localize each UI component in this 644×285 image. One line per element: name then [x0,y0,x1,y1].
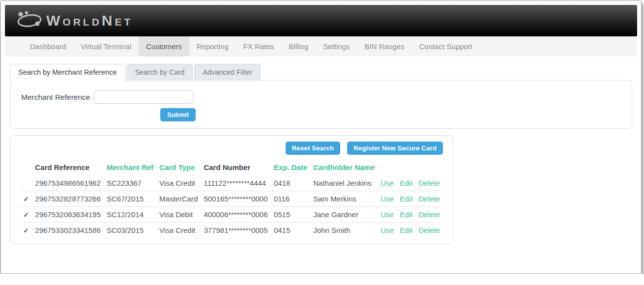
cell-card-reference: 2967534986561962 [32,175,104,191]
column-header-card-reference: Card Reference [32,159,104,175]
use-link[interactable]: Use [381,195,394,203]
delete-link[interactable]: Delete [418,195,439,203]
cell-card-type: Visa Credit [156,175,201,191]
nav-item-settings[interactable]: Settings [316,36,357,57]
action-cell: Use [378,175,397,191]
action-cell: Delete [415,191,443,207]
cell-exp-date: 0415 [271,223,310,238]
tab-search-by-card[interactable]: Search by Card [127,64,193,80]
table-row: ✓2967533023341586SC03/2015Visa Credit377… [20,223,443,238]
cell-exp-date: 0515 [271,207,310,223]
column-header-card-type[interactable]: Card Type [156,159,201,175]
table-row: 2967534986561962SC223367Visa Credit11112… [20,175,443,191]
action-cell: Use [378,223,397,238]
verified-column-header [20,159,32,175]
nav-item-reporting[interactable]: Reporting [189,36,236,57]
brand-name: WorldNet [46,13,133,28]
orbit-icon [16,10,43,31]
verified-check-icon: ✓ [20,191,32,207]
cell-exp-date: 0116 [271,191,310,207]
cell-card-number: 400006********0006 [201,207,270,223]
cell-card-number: 500165********0000 [201,191,270,207]
action-cell: Edit [397,175,415,191]
tab-search-by-merchant-reference[interactable]: Search by Merchant Reference [10,64,125,81]
nav-item-bin-ranges[interactable]: BIN Ranges [357,36,412,57]
action-column-header [415,159,443,175]
search-panel: Merchant Reference Submit [10,80,632,129]
nav-item-fx-rates[interactable]: FX Rates [236,36,282,57]
action-cell: Edit [397,207,415,223]
cell-card-reference: 2967533023341586 [32,223,104,238]
action-column-header [378,159,397,175]
secure-cards-table: Card ReferenceMerchant RefCard TypeCard … [20,159,443,238]
app-window: WorldNet DashboardVirtual TerminalCustom… [0,0,642,274]
use-link[interactable]: Use [381,179,394,187]
nav-item-contact-support[interactable]: Contact Support [411,36,479,57]
brand-header: WorldNet [5,5,637,36]
nav-item-billing[interactable]: Billing [281,36,316,57]
tab-advanced-filter[interactable]: Advanced Filter [194,64,261,80]
merchant-reference-label: Merchant Reference [21,93,90,102]
edit-link[interactable]: Edit [400,179,412,187]
column-header-merchant-ref[interactable]: Merchant Ref [104,159,156,175]
cell-cardholder-name: John Smith [310,223,378,238]
cell-merchant-ref: SC223367 [104,175,156,191]
results-panel: Reset Search Register New Secure Card Ca… [10,135,453,244]
table-header-row: Card ReferenceMerchant RefCard TypeCard … [20,159,443,175]
action-cell: Edit [397,191,415,207]
cell-cardholder-name: Nathaniel Jenkins [310,175,378,191]
cell-merchant-ref: SC67/2015 [104,191,156,207]
nav-item-virtual-terminal[interactable]: Virtual Terminal [73,36,139,57]
cell-card-type: Visa Credit [156,223,201,238]
action-cell: Delete [415,207,443,223]
action-cell: Delete [415,223,443,238]
cell-card-type: Visa Debit [156,207,201,223]
use-link[interactable]: Use [381,210,394,219]
nav-item-customers[interactable]: Customers [139,36,189,57]
column-header-cardholder-name[interactable]: Cardholder Name [310,159,378,175]
action-column-header [397,159,415,175]
cell-exp-date: 0418 [271,175,310,191]
action-cell: Edit [397,223,415,238]
cell-card-number: 377981********0005 [201,223,270,238]
action-cell: Delete [415,175,443,191]
cell-cardholder-name: Jane Gardner [310,207,378,223]
edit-link[interactable]: Edit [400,210,412,219]
cell-merchant-ref: SC03/2015 [104,223,156,238]
cell-merchant-ref: SC12/2014 [104,207,156,223]
main-nav: DashboardVirtual TerminalCustomersReport… [5,36,637,57]
action-cell: Use [378,191,397,207]
action-cell: Use [378,207,397,223]
search-tabs: Search by Merchant ReferenceSearch by Ca… [10,64,632,80]
reset-search-button[interactable]: Reset Search [286,142,341,155]
merchant-reference-input[interactable] [94,90,193,104]
cell-card-number: 111122********4444 [201,175,270,191]
delete-link[interactable]: Delete [418,179,439,187]
verified-empty [20,175,32,191]
table-row: ✓2967532083634195SC12/2014Visa Debit4000… [20,207,443,223]
submit-button[interactable]: Submit [160,108,196,121]
delete-link[interactable]: Delete [418,226,439,234]
delete-link[interactable]: Delete [418,210,439,219]
cell-card-reference: 2967532083634195 [32,207,104,223]
column-header-card-number: Card Number [201,159,270,175]
cell-card-reference: 2967532828773266 [32,191,104,207]
edit-link[interactable]: Edit [400,195,412,203]
cell-cardholder-name: Sam Merkins [310,191,378,207]
verified-check-icon: ✓ [20,223,32,238]
use-link[interactable]: Use [381,226,394,234]
register-new-secure-card-button[interactable]: Register New Secure Card [347,142,443,155]
table-row: ✓2967532828773266SC67/2015MasterCard5001… [20,191,443,207]
column-header-exp-date[interactable]: Exp. Date [271,159,310,175]
cell-card-type: MasterCard [156,191,201,207]
edit-link[interactable]: Edit [400,226,412,234]
nav-item-dashboard[interactable]: Dashboard [23,36,73,57]
verified-check-icon: ✓ [20,207,32,223]
